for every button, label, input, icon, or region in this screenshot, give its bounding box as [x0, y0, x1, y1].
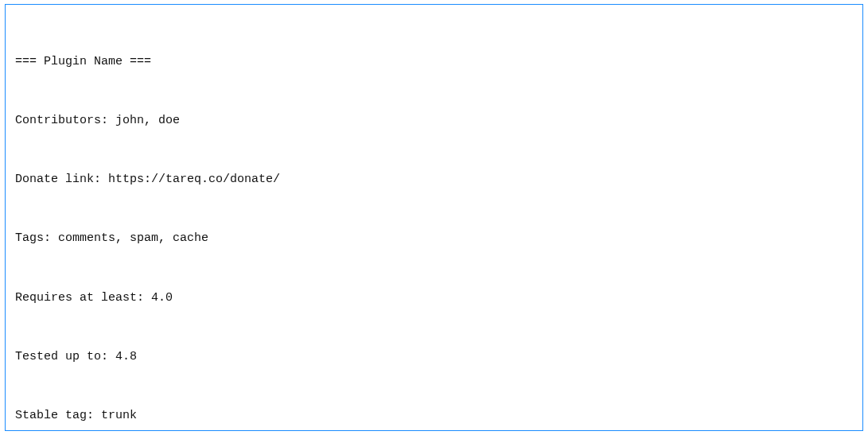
code-line: Contributors: john, doe — [15, 111, 853, 131]
code-line: Donate link: https://tareq.co/donate/ — [15, 170, 853, 190]
readme-code-block: === Plugin Name === Contributors: john, … — [5, 4, 863, 431]
code-line: Tags: comments, spam, cache — [15, 229, 853, 249]
code-line: === Plugin Name === — [15, 52, 853, 72]
code-line: Tested up to: 4.8 — [15, 348, 853, 367]
code-line: Requires at least: 4.0 — [15, 289, 853, 309]
code-line: Stable tag: trunk — [15, 406, 853, 426]
